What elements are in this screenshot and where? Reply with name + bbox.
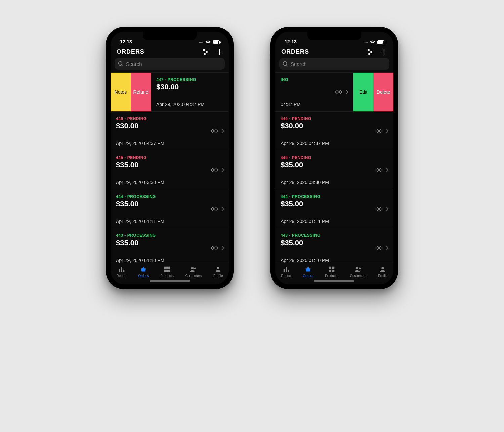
svg-point-24 [191,267,194,269]
row-indicators [211,128,224,134]
header: ORDERS [111,45,229,58]
svg-point-40 [338,91,340,93]
tab-label: Orders [303,274,313,278]
orders-list[interactable]: ING x 04:37 PM Edit Delete 446 - [275,72,393,263]
search-input[interactable]: Search [279,58,389,70]
order-status: 443 - PROCESSING [116,233,223,238]
order-date: Apr 29, 2020 01:10 PM [116,258,223,263]
add-button[interactable] [381,49,387,55]
svg-rect-49 [332,266,334,269]
order-row[interactable]: 446 - PENDING $30.00 Apr 29, 2020 04:37 … [111,111,229,150]
svg-rect-2 [220,42,221,43]
tab-report[interactable]: Report [281,266,291,278]
notes-button[interactable]: Notes [111,73,131,111]
row-indicators [211,206,224,212]
svg-point-11 [119,62,122,66]
row-indicators [375,245,389,251]
tab-report[interactable]: Report [117,266,127,278]
svg-line-39 [286,65,288,66]
sliders-icon [367,49,373,55]
screen: 12:13 ···· ORDERS [275,32,393,284]
user-icon [379,266,386,273]
tab-products[interactable]: Products [325,266,338,278]
plus-icon [381,49,387,55]
home-indicator [314,280,354,282]
refund-button[interactable]: Refund [131,73,151,111]
row-indicators [335,89,348,95]
search-icon [283,61,288,67]
svg-rect-17 [119,269,120,272]
user-icon [214,266,222,273]
order-status: 444 - PROCESSING [281,194,388,199]
svg-point-41 [378,130,380,132]
search-input[interactable]: Search [115,58,225,70]
tab-profile[interactable]: Profile [213,266,223,278]
svg-point-34 [371,51,372,53]
tab-customers[interactable]: Customers [185,266,202,278]
chevron-right-icon [346,90,348,94]
tab-label: Products [160,274,173,278]
svg-rect-19 [123,269,124,271]
battery-icon [377,40,385,44]
order-row[interactable]: 443 - PROCESSING $35.00 Apr 29, 2020 01:… [111,228,229,263]
order-date: Apr 29, 2020 04:37 PM [281,141,388,146]
cellular-icon: ···· [199,41,203,44]
tab-orders[interactable]: Orders [303,266,313,278]
order-row[interactable]: 444 - PROCESSING $35.00 Apr 29, 2020 01:… [275,189,393,228]
order-amount: $30.00 [281,122,388,130]
swipe-actions-left: Notes Refund [111,73,151,111]
eye-icon [335,89,342,95]
order-row[interactable]: 446 - PENDING $30.00 Apr 29, 2020 04:37 … [275,111,393,150]
order-amount: $35.00 [116,161,223,169]
filter-button[interactable] [202,49,209,55]
order-row[interactable]: Notes Refund 447 - PROCESSING $30.00 Apr… [111,72,229,111]
svg-point-16 [214,247,215,249]
chevron-right-icon [386,168,389,172]
tab-label: Orders [138,274,149,278]
order-date: Apr 29, 2020 04:37 PM [156,102,229,107]
chevron-right-icon [221,168,224,172]
svg-rect-51 [332,269,334,272]
order-row[interactable]: 444 - PROCESSING $35.00 Apr 29, 2020 01:… [111,189,229,228]
order-status: 447 - PROCESSING [156,77,229,82]
orders-list[interactable]: Notes Refund 447 - PROCESSING $30.00 Apr… [111,72,229,263]
eye-icon [375,206,383,212]
svg-point-14 [214,169,215,171]
svg-point-54 [382,267,384,269]
order-row[interactable]: 443 - PROCESSING $35.00 Apr 29, 2020 01:… [275,228,393,263]
chevron-right-icon [221,129,224,133]
svg-point-44 [378,247,380,249]
wifi-icon [370,40,375,44]
svg-rect-23 [167,269,170,272]
tab-label: Customers [350,274,366,278]
order-date: Apr 29, 2020 04:37 PM [116,141,223,146]
basket-icon [140,266,147,273]
phone-mockup-left: 12:13 ···· ORDERS [106,27,234,289]
chevron-right-icon [221,246,224,250]
chevron-right-icon [386,129,389,133]
tab-profile[interactable]: Profile [378,266,387,278]
tab-customers[interactable]: Customers [350,266,366,278]
delete-button[interactable]: Delete [373,73,393,111]
svg-point-53 [359,267,361,269]
order-row[interactable]: ING x 04:37 PM Edit Delete [275,72,393,111]
tab-label: Profile [213,274,223,278]
tab-label: Products [325,274,338,278]
row-indicators [375,128,389,134]
filter-button[interactable] [367,49,373,55]
svg-rect-45 [283,269,285,272]
order-status: 445 - PENDING [281,155,388,160]
tab-label: Report [281,274,291,278]
order-row[interactable]: 445 - PENDING $35.00 Apr 29, 2020 03:30 … [111,150,229,189]
svg-point-8 [204,53,205,55]
eye-icon [375,167,383,173]
tab-products[interactable]: Products [160,266,173,278]
edit-button[interactable]: Edit [353,73,373,111]
status-time: 12:13 [285,39,297,44]
order-date: Apr 29, 2020 01:11 PM [116,219,223,224]
svg-point-15 [214,208,215,210]
screen: 12:13 ···· ORDERS [111,32,229,284]
order-row[interactable]: 445 - PENDING $35.00 Apr 29, 2020 03:30 … [275,150,393,189]
add-button[interactable] [216,49,223,55]
tab-orders[interactable]: Orders [138,266,149,278]
